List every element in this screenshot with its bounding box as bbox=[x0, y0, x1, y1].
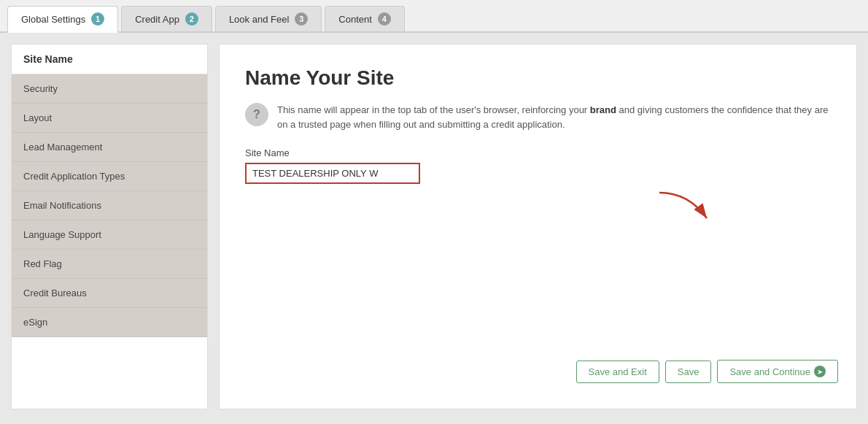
save-and-continue-button[interactable]: Save and Continue ➤ bbox=[717, 360, 838, 383]
site-name-input[interactable] bbox=[245, 163, 420, 184]
sidebar-item-email-notifications[interactable]: Email Notifications bbox=[12, 191, 207, 220]
sidebar-item-layout[interactable]: Layout bbox=[12, 104, 207, 133]
tab-content-label: Content bbox=[338, 14, 372, 25]
content-panel: Name Your Site ? This name will appear i… bbox=[219, 44, 857, 409]
tab-credit-app[interactable]: Credit App 2 bbox=[121, 6, 212, 31]
tab-credit-app-label: Credit App bbox=[135, 14, 179, 25]
sidebar-item-language-support[interactable]: Language Support bbox=[12, 220, 207, 250]
save-and-exit-button[interactable]: Save and Exit bbox=[576, 361, 659, 383]
buttons-row: Save and Exit Save Save and Continue ➤ bbox=[576, 360, 838, 383]
sidebar-item-esign[interactable]: eSign bbox=[12, 308, 207, 337]
site-name-label: Site Name bbox=[245, 147, 831, 158]
tab-content-badge: 4 bbox=[378, 12, 391, 26]
sidebar-title: Site Name bbox=[12, 45, 207, 74]
sidebar-item-security[interactable]: Security bbox=[12, 74, 207, 104]
tab-look-and-feel-badge: 3 bbox=[295, 12, 308, 26]
question-mark-icon: ? bbox=[245, 103, 268, 126]
tab-global-settings-badge: 1 bbox=[91, 12, 104, 26]
sidebar-item-credit-bureaus[interactable]: Credit Bureaus bbox=[12, 279, 207, 308]
red-arrow-annotation bbox=[652, 189, 718, 232]
sidebar-item-red-flag[interactable]: Red Flag bbox=[12, 250, 207, 279]
tab-bar: Global Settings 1 Credit App 2 Look and … bbox=[0, 0, 868, 33]
tab-global-settings[interactable]: Global Settings 1 bbox=[7, 6, 118, 33]
save-button[interactable]: Save bbox=[665, 361, 712, 383]
tab-look-and-feel[interactable]: Look and Feel 3 bbox=[215, 6, 322, 31]
tab-global-settings-label: Global Settings bbox=[21, 14, 85, 25]
content-title: Name Your Site bbox=[245, 66, 831, 90]
info-description: This name will appear in the top tab of … bbox=[277, 103, 831, 131]
tab-content[interactable]: Content 4 bbox=[325, 6, 405, 31]
main-area: Site Name Security Layout Lead Managemen… bbox=[0, 33, 868, 420]
tab-credit-app-badge: 2 bbox=[185, 12, 198, 26]
info-box: ? This name will appear in the top tab o… bbox=[245, 103, 831, 131]
arrow-circle-icon: ➤ bbox=[814, 366, 826, 377]
sidebar-item-credit-application-types[interactable]: Credit Application Types bbox=[12, 162, 207, 191]
sidebar-item-lead-management[interactable]: Lead Management bbox=[12, 133, 207, 162]
tab-look-and-feel-label: Look and Feel bbox=[229, 14, 289, 25]
sidebar: Site Name Security Layout Lead Managemen… bbox=[11, 44, 208, 409]
